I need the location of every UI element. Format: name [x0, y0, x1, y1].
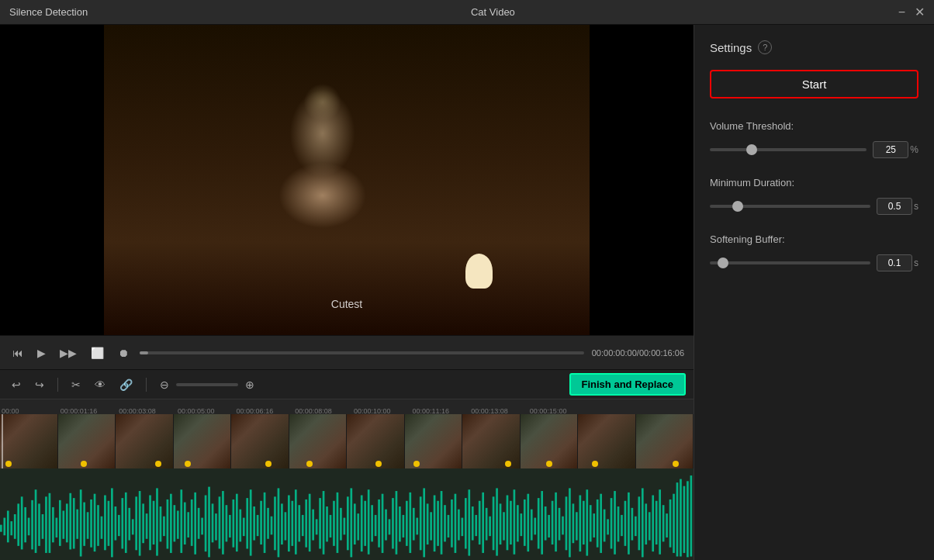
- volume-threshold-unit: %: [910, 144, 918, 155]
- svg-rect-123: [427, 503, 429, 544]
- svg-rect-4: [14, 514, 16, 539]
- timecode-mark-9: 00:00:15:00: [530, 407, 567, 415]
- clip-mode-button[interactable]: ⬜: [88, 344, 107, 362]
- video-content: Cutest: [104, 25, 590, 335]
- svg-rect-12: [42, 514, 44, 539]
- svg-rect-0: [0, 525, 2, 532]
- svg-rect-113: [392, 498, 394, 548]
- svg-rect-163: [566, 496, 568, 550]
- svg-rect-178: [617, 506, 620, 541]
- record-button[interactable]: ⏺: [115, 344, 132, 362]
- close-button[interactable]: ✕: [915, 5, 925, 19]
- softening-buffer-slider[interactable]: [710, 261, 870, 264]
- loop-play-button[interactable]: ▶▶: [57, 344, 80, 362]
- progress-bar[interactable]: [140, 351, 584, 354]
- svg-rect-190: [659, 489, 661, 555]
- svg-rect-74: [257, 515, 259, 536]
- eye-button[interactable]: 👁: [91, 376, 109, 393]
- svg-rect-165: [573, 503, 575, 543]
- marker-4: [185, 461, 191, 467]
- audio-track[interactable]: [0, 468, 694, 560]
- svg-rect-77: [267, 508, 269, 539]
- svg-rect-103: [357, 513, 359, 540]
- svg-rect-128: [444, 505, 446, 541]
- svg-rect-86: [298, 505, 300, 541]
- zoom-bar[interactable]: [176, 383, 238, 386]
- svg-rect-87: [302, 515, 304, 536]
- svg-rect-158: [548, 515, 550, 538]
- marker-12: [673, 461, 679, 467]
- play-button[interactable]: ▶: [34, 344, 49, 362]
- svg-rect-11: [38, 503, 40, 545]
- timecode-mark-4: 00:00:06:16: [237, 407, 274, 415]
- svg-rect-89: [309, 494, 311, 551]
- svg-rect-39: [135, 496, 137, 550]
- volume-threshold-slider[interactable]: [710, 148, 867, 151]
- minimum-duration-input[interactable]: [877, 198, 912, 215]
- separator-1: [57, 378, 58, 392]
- svg-rect-66: [229, 515, 231, 538]
- svg-rect-35: [121, 498, 123, 548]
- svg-rect-132: [458, 510, 460, 541]
- minimum-duration-slider[interactable]: [710, 205, 870, 208]
- start-button[interactable]: Start: [710, 70, 918, 99]
- svg-rect-183: [635, 517, 637, 536]
- svg-rect-61: [212, 503, 214, 542]
- softening-buffer-input[interactable]: [877, 254, 912, 271]
- go-to-start-button[interactable]: ⏮: [9, 344, 26, 362]
- main-layout: Cutest ⏮ ▶ ▶▶ ⬜ ⏺ 00:00:00:00/00:00:16:0…: [0, 25, 934, 560]
- video-caption: Cutest: [331, 298, 362, 310]
- svg-rect-142: [493, 496, 495, 550]
- redo-button[interactable]: ↪: [31, 376, 48, 393]
- svg-rect-135: [468, 489, 470, 555]
- svg-rect-167: [579, 495, 581, 551]
- svg-rect-58: [201, 518, 203, 535]
- finish-and-replace-button[interactable]: Finish and Replace: [569, 373, 686, 396]
- undo-button[interactable]: ↩: [8, 376, 25, 393]
- volume-threshold-input[interactable]: [873, 141, 908, 158]
- left-panel: Cutest ⏮ ▶ ▶▶ ⬜ ⏺ 00:00:00:00/00:00:16:0…: [0, 25, 694, 560]
- svg-rect-81: [281, 503, 283, 544]
- video-frame: Cutest: [0, 25, 694, 335]
- svg-rect-195: [676, 482, 679, 556]
- svg-rect-99: [344, 518, 346, 535]
- link-button[interactable]: 🔗: [116, 376, 137, 393]
- volume-threshold-slider-row: %: [710, 141, 918, 158]
- help-icon[interactable]: ?: [758, 40, 772, 54]
- svg-rect-153: [531, 510, 533, 541]
- svg-rect-48: [167, 500, 169, 549]
- timecode-mark-6: 00:00:10:00: [354, 407, 391, 415]
- volume-threshold-label: Volume Threshold:: [710, 120, 918, 132]
- timeline-toolbar: ↩ ↪ ✂ 👁 🔗 ⊖ ⊕ Finish and Replace: [0, 369, 694, 399]
- minimize-button[interactable]: −: [898, 5, 905, 19]
- svg-rect-108: [375, 515, 377, 536]
- svg-rect-175: [607, 519, 609, 534]
- svg-rect-49: [170, 494, 172, 553]
- marker-2: [81, 461, 87, 467]
- svg-rect-136: [472, 506, 474, 541]
- svg-rect-139: [482, 493, 484, 553]
- help-icon-label: ?: [763, 43, 767, 52]
- svg-rect-30: [104, 495, 106, 550]
- timeline: 00:00 00:00:01:16 00:00:03:08 00:00:05:0…: [0, 399, 694, 560]
- minimum-duration-label: Minimum Duration:: [710, 177, 918, 188]
- svg-rect-172: [597, 500, 599, 548]
- svg-rect-147: [510, 501, 512, 544]
- svg-rect-46: [160, 506, 162, 541]
- svg-rect-6: [21, 496, 23, 549]
- video-track[interactable]: [0, 414, 694, 468]
- cut-button[interactable]: ✂: [67, 376, 85, 393]
- minimum-duration-unit: s: [914, 201, 918, 212]
- zoom-out-button[interactable]: ⊖: [156, 376, 173, 393]
- svg-rect-62: [215, 513, 217, 540]
- svg-rect-5: [17, 503, 19, 545]
- svg-rect-197: [683, 486, 686, 553]
- svg-rect-105: [364, 501, 366, 546]
- svg-rect-14: [49, 493, 51, 553]
- svg-rect-107: [371, 505, 373, 541]
- softening-buffer-group: Softening Buffer: s: [710, 233, 918, 271]
- svg-rect-144: [500, 503, 502, 544]
- zoom-in-button[interactable]: ⊕: [241, 376, 258, 393]
- svg-rect-109: [378, 500, 380, 548]
- svg-rect-20: [69, 493, 71, 550]
